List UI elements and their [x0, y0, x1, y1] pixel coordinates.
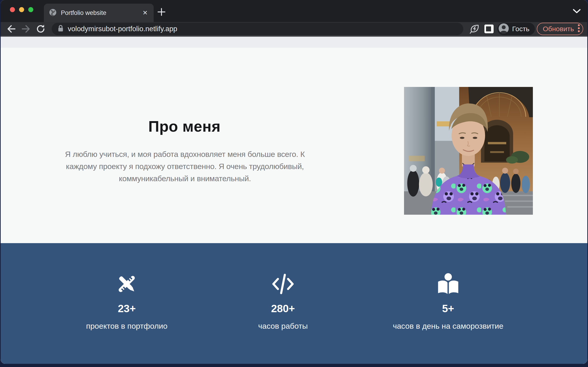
new-tab-button[interactable] [156, 6, 167, 17]
side-panel-icon[interactable] [483, 23, 495, 35]
reload-button[interactable] [34, 23, 47, 35]
stat-value: 5+ [442, 302, 454, 315]
minimize-window-button[interactable] [19, 7, 24, 12]
stat-self-development: 5+ часов в день на саморозвитие [393, 273, 503, 331]
close-window-button[interactable] [10, 7, 15, 12]
back-button[interactable] [5, 23, 18, 35]
performance-leaf-icon[interactable] [468, 23, 481, 35]
url-text: volodymirsubot-portfolio.netlify.app [68, 25, 177, 33]
webpage-viewport: Про меня Я люблю учиться, и моя работа в… [1, 37, 587, 364]
about-title: Про меня [51, 118, 318, 135]
globe-favicon-icon [49, 8, 57, 17]
fullscreen-window-button[interactable] [28, 7, 33, 12]
window-controls [10, 7, 33, 12]
stat-value: 23+ [118, 302, 136, 315]
stat-label: часов работы [258, 322, 308, 331]
profile-button[interactable]: Гость [497, 23, 535, 35]
stat-projects: 23+ проектов в портфолио [86, 273, 167, 331]
update-browser-button[interactable]: Обновить [537, 23, 583, 35]
tabstrip-chevron-down-icon[interactable] [573, 9, 581, 15]
site-header [1, 37, 587, 48]
forward-button[interactable] [19, 23, 32, 35]
stats-section: 23+ проектов в портфолио 280+ часов рабо… [1, 243, 587, 364]
browser-window: Portfolio website ✕ [1, 0, 587, 364]
address-bar[interactable]: volodymirsubot-portfolio.netlify.app [52, 23, 463, 35]
pencil-pen-crossed-icon [116, 273, 138, 295]
stat-hours-worked: 280+ часов работы [258, 273, 308, 331]
about-body: Я люблю учиться, и моя работа вдохновляе… [61, 148, 309, 185]
tab-portfolio-website[interactable]: Portfolio website ✕ [44, 4, 154, 22]
avatar-icon [498, 23, 509, 35]
stat-value: 280+ [271, 302, 295, 315]
tab-strip: Portfolio website ✕ [1, 0, 587, 22]
profile-photo [404, 87, 533, 215]
kebab-menu-icon[interactable] [577, 23, 580, 35]
update-button-label: Обновить [543, 25, 574, 33]
code-icon [271, 273, 295, 295]
tab-title: Portfolio website [61, 9, 106, 17]
browser-toolbar: volodymirsubot-portfolio.netlify.app [1, 22, 587, 37]
lock-icon[interactable] [58, 25, 64, 33]
book-reader-icon [437, 273, 460, 295]
profile-name: Гость [512, 25, 529, 33]
about-section: Про меня Я люблю учиться, и моя работа в… [1, 48, 587, 243]
stat-label: проектов в портфолио [86, 322, 167, 331]
tab-close-icon[interactable]: ✕ [141, 9, 149, 17]
stat-label: часов в день на саморозвитие [393, 322, 503, 331]
